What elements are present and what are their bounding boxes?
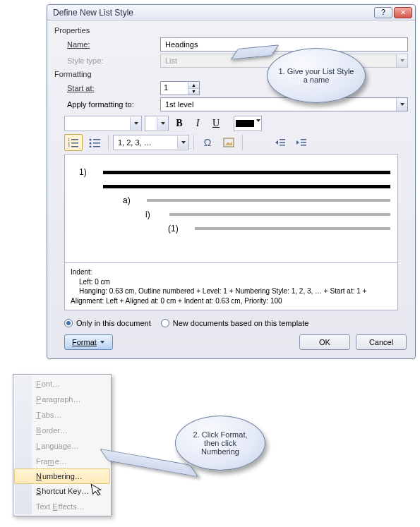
- svg-rect-10: [71, 146, 78, 147]
- callout-name-text: 1. Give your List Style a name: [277, 67, 355, 84]
- chevron-down-icon[interactable]: [177, 136, 188, 149]
- name-input[interactable]: [160, 37, 408, 52]
- preview-level2-num: a): [123, 195, 141, 205]
- italic-button[interactable]: I: [190, 116, 205, 131]
- callout-name: 1. Give your List Style a name: [267, 48, 366, 103]
- numbered-list-icon: 123: [68, 138, 79, 147]
- preview-bar: [103, 185, 390, 188]
- svg-rect-21: [280, 139, 285, 140]
- style-description: Indent: Left: 0 cm Hanging: 0.63 cm, Out…: [64, 262, 398, 310]
- name-label: Name:: [54, 40, 160, 49]
- font-name-combo[interactable]: [64, 116, 142, 131]
- styletype-label: Style type:: [54, 56, 160, 65]
- preview-bar: [103, 171, 390, 174]
- number-format-combo[interactable]: 1, 2, 3, …: [113, 135, 189, 150]
- svg-rect-6: [71, 139, 78, 140]
- chevron-down-icon[interactable]: [130, 117, 141, 130]
- svg-rect-27: [301, 145, 306, 146]
- separator: [193, 135, 194, 150]
- svg-marker-17: [181, 141, 186, 144]
- close-icon: ✕: [400, 9, 406, 16]
- ok-button[interactable]: OK: [299, 334, 350, 350]
- preview-bar: [195, 227, 390, 230]
- callout-format-text: 2. Click Format, then click Numbering: [185, 430, 256, 456]
- menu-font[interactable]: FFont…ont…: [15, 376, 109, 392]
- startat-value: 1: [161, 82, 188, 95]
- applyto-combo[interactable]: 1st level: [160, 97, 408, 111]
- svg-marker-0: [400, 59, 404, 62]
- svg-marker-2: [134, 122, 138, 125]
- applyto-value: 1st level: [165, 100, 193, 109]
- decrease-indent-button[interactable]: [271, 134, 289, 151]
- styletype-value: List: [165, 56, 177, 65]
- chevron-down-icon[interactable]: [256, 116, 261, 131]
- radio-only-label: Only in this document: [76, 319, 151, 327]
- chevron-down-icon[interactable]: [396, 98, 407, 111]
- preview-level1-num: 1): [79, 167, 97, 177]
- svg-marker-28: [100, 341, 104, 344]
- increase-indent-icon: [296, 138, 307, 147]
- chevron-down-icon[interactable]: [157, 117, 168, 130]
- spin-up-icon[interactable]: ▲: [188, 82, 199, 89]
- menu-paragraph[interactable]: Paragraph…: [15, 392, 109, 407]
- svg-rect-16: [93, 146, 100, 147]
- svg-point-13: [90, 143, 92, 145]
- svg-marker-19: [225, 141, 232, 145]
- picture-icon: [223, 138, 234, 147]
- startat-label: Start at:: [54, 84, 160, 92]
- underline-button[interactable]: U: [208, 116, 224, 131]
- bold-button[interactable]: B: [172, 116, 187, 131]
- svg-rect-8: [71, 143, 78, 144]
- font-size-combo[interactable]: [145, 116, 169, 131]
- preview-level4-num: (1): [168, 224, 189, 234]
- separator: [242, 135, 243, 150]
- help-button[interactable]: ?: [374, 7, 392, 18]
- preview-level3-num: i): [145, 210, 164, 219]
- insert-picture-button[interactable]: [220, 134, 238, 151]
- radio-dot-icon: [64, 319, 73, 327]
- svg-rect-26: [301, 142, 306, 143]
- radio-only-this-doc[interactable]: Only in this document: [64, 319, 151, 327]
- format-button[interactable]: Format: [64, 334, 113, 350]
- color-swatch-icon: [236, 120, 254, 127]
- font-toolbar: B I U: [64, 116, 408, 131]
- preview-bar: [147, 199, 390, 202]
- chevron-down-icon: [396, 54, 407, 67]
- omega-icon: Ω: [204, 137, 211, 148]
- menu-text-effects[interactable]: Text Effects…: [15, 499, 109, 514]
- menu-tabs[interactable]: Tabs…: [15, 407, 109, 423]
- svg-marker-24: [296, 140, 299, 145]
- menu-frame[interactable]: Frame…: [15, 454, 109, 469]
- desc-align: Alignment: Left + Aligned at: 0 cm + Ind…: [71, 296, 392, 306]
- radio-new-docs[interactable]: New documents based on this template: [161, 319, 309, 327]
- menu-numbering[interactable]: Numbering…: [14, 468, 110, 484]
- svg-marker-29: [91, 483, 102, 496]
- bulleted-list-button[interactable]: [85, 134, 104, 151]
- titlebar[interactable]: Define New List Style ? ✕: [47, 5, 415, 20]
- font-color-picker[interactable]: [234, 116, 262, 131]
- svg-point-15: [90, 146, 92, 148]
- scope-radios: Only in this document New documents base…: [64, 319, 408, 327]
- numbered-list-button[interactable]: 123: [64, 134, 83, 151]
- decrease-indent-icon: [275, 138, 286, 147]
- close-button[interactable]: ✕: [394, 7, 412, 18]
- svg-text:3: 3: [68, 145, 70, 147]
- radio-newdocs-label: New documents based on this template: [173, 319, 309, 327]
- properties-section-label: Properties: [54, 26, 408, 35]
- insert-symbol-button[interactable]: Ω: [198, 134, 217, 151]
- format-button-label: Format: [72, 338, 97, 346]
- dialog-title: Define New List Style: [53, 8, 374, 18]
- startat-spinner[interactable]: 1 ▲ ▼: [160, 81, 200, 95]
- cancel-button[interactable]: Cancel: [356, 334, 407, 350]
- spin-down-icon[interactable]: ▼: [188, 89, 199, 95]
- svg-marker-20: [275, 140, 278, 145]
- svg-rect-12: [93, 139, 100, 140]
- menu-language[interactable]: Language…: [15, 438, 109, 454]
- menu-border[interactable]: Border…: [15, 423, 109, 438]
- separator: [108, 135, 109, 150]
- callout-format: 2. Click Format, then click Numbering: [175, 416, 265, 471]
- chevron-down-icon: [100, 339, 105, 345]
- desc-hanging: Hanging: 0.63 cm, Outline numbered + Lev…: [71, 286, 392, 296]
- svg-rect-23: [280, 145, 285, 146]
- increase-indent-button[interactable]: [292, 134, 311, 151]
